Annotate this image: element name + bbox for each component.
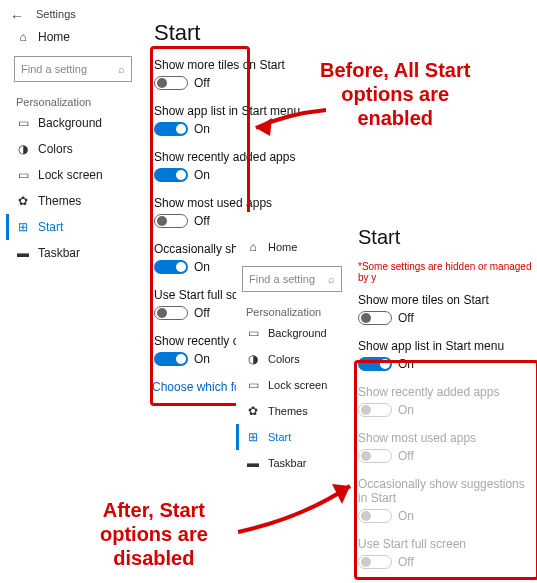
- setting-label: Show app list in Start menu: [358, 339, 534, 353]
- sidebar-item-label: Colors: [268, 353, 300, 365]
- sidebar-item-label: Background: [268, 327, 327, 339]
- policy-warning: *Some settings are hidden or managed by …: [358, 261, 534, 283]
- lockscreen-icon: ▭: [16, 168, 30, 182]
- taskbar-icon: ▬: [16, 246, 30, 260]
- toggle-app-list[interactable]: On: [154, 122, 338, 136]
- sidebar-item-label: Lock screen: [38, 168, 103, 182]
- annotation-before: Before, All Start options are enabled: [320, 58, 470, 130]
- toggle-more-tiles[interactable]: Off: [358, 311, 534, 325]
- sidebar-item-label: Taskbar: [268, 457, 307, 469]
- after-content: Start *Some settings are hidden or manag…: [356, 226, 534, 583]
- toggle-more-tiles[interactable]: Off: [154, 76, 338, 90]
- sidebar-item-background[interactable]: ▭Background: [6, 110, 140, 136]
- setting-label: Show more tiles on Start: [154, 58, 338, 72]
- sidebar-section-header: Personalization: [6, 92, 140, 110]
- sidebar-item-label: Themes: [268, 405, 308, 417]
- setting-label: Show most used apps: [358, 431, 534, 445]
- setting-label: Show most used apps: [154, 196, 338, 210]
- sidebar-item-themes[interactable]: ✿Themes: [236, 398, 348, 424]
- setting-app-list: Show app list in Start menu On: [358, 339, 534, 371]
- toggle-state: Off: [194, 76, 210, 90]
- start-icon: ⊞: [16, 220, 30, 234]
- setting-label: Show recently added apps: [154, 150, 338, 164]
- setting-most-used: Show most used apps Off: [358, 431, 534, 463]
- toggle-state: Off: [194, 306, 210, 320]
- annotated-screenshot: ← Settings ⌂ Home Find a setting ⌕ Perso…: [0, 0, 537, 583]
- themes-icon: ✿: [16, 194, 30, 208]
- sidebar-item-start[interactable]: ⊞Start: [236, 424, 348, 450]
- sidebar-item-label: Colors: [38, 142, 73, 156]
- background-icon: ▭: [16, 116, 30, 130]
- sidebar-item-colors[interactable]: ◑Colors: [236, 346, 348, 372]
- home-icon: ⌂: [246, 240, 260, 254]
- sidebar-item-lockscreen[interactable]: ▭Lock screen: [236, 372, 348, 398]
- sidebar-section-header: Personalization: [236, 302, 348, 320]
- page-title: Start: [154, 20, 338, 46]
- sidebar-item-themes[interactable]: ✿Themes: [6, 188, 140, 214]
- sidebar-item-taskbar[interactable]: ▬Taskbar: [6, 240, 140, 266]
- themes-icon: ✿: [246, 404, 260, 418]
- back-icon[interactable]: ←: [10, 8, 24, 24]
- app-title: Settings: [36, 8, 76, 20]
- sidebar-item-home[interactable]: ⌂ Home: [236, 234, 348, 260]
- toggle-app-list[interactable]: On: [358, 357, 534, 371]
- sidebar-item-lockscreen[interactable]: ▭Lock screen: [6, 162, 140, 188]
- setting-app-list: Show app list in Start menu On: [154, 104, 338, 136]
- setting-more-tiles: Show more tiles on Start Off: [358, 293, 534, 325]
- sidebar-item-label: Taskbar: [38, 246, 80, 260]
- toggle-state: Off: [194, 214, 210, 228]
- toggle-state: On: [398, 403, 414, 417]
- toggle-recently-added: On: [358, 403, 534, 417]
- start-icon: ⊞: [246, 430, 260, 444]
- toggle-state: On: [398, 357, 414, 371]
- toggle-state: Off: [398, 449, 414, 463]
- setting-recently-added: Show recently added apps On: [358, 385, 534, 417]
- toggle-state: On: [194, 122, 210, 136]
- sidebar-item-label: Home: [38, 30, 70, 44]
- colors-icon: ◑: [16, 142, 30, 156]
- page-title: Start: [358, 226, 534, 249]
- sidebar-item-label: Themes: [38, 194, 81, 208]
- toggle-state: On: [398, 509, 414, 523]
- setting-suggestions: Occasionally show suggestions in Start O…: [358, 477, 534, 523]
- lockscreen-icon: ▭: [246, 378, 260, 392]
- search-icon: ⌕: [118, 63, 125, 75]
- sidebar-item-background[interactable]: ▭Background: [236, 320, 348, 346]
- before-sidebar: ⌂ Home Find a setting ⌕ Personalization …: [6, 24, 140, 266]
- setting-label: Show recently added apps: [358, 385, 534, 399]
- setting-recently-added: Show recently added apps On: [154, 150, 338, 182]
- setting-more-tiles: Show more tiles on Start Off: [154, 58, 338, 90]
- toggle-state: On: [194, 260, 210, 274]
- after-panel: ⌂ Home Find a setting ⌕ Personalization …: [236, 212, 536, 580]
- search-input[interactable]: Find a setting ⌕: [242, 266, 342, 292]
- taskbar-icon: ▬: [246, 456, 260, 470]
- search-icon: ⌕: [328, 273, 335, 285]
- toggle-state: On: [194, 352, 210, 366]
- setting-label: Occasionally show suggestions in Start: [358, 477, 534, 505]
- sidebar-item-taskbar[interactable]: ▬Taskbar: [236, 450, 348, 476]
- toggle-full-screen: Off: [358, 555, 534, 569]
- sidebar-item-label: Lock screen: [268, 379, 327, 391]
- after-sidebar: ⌂ Home Find a setting ⌕ Personalization …: [236, 234, 348, 476]
- sidebar-item-colors[interactable]: ◑Colors: [6, 136, 140, 162]
- sidebar-item-start[interactable]: ⊞Start: [6, 214, 140, 240]
- setting-label: Show app list in Start menu: [154, 104, 338, 118]
- toggle-most-used: Off: [358, 449, 534, 463]
- setting-label: Use Start full screen: [358, 537, 534, 551]
- colors-icon: ◑: [246, 352, 260, 366]
- home-icon: ⌂: [16, 30, 30, 44]
- search-placeholder: Find a setting: [249, 273, 315, 285]
- search-input[interactable]: Find a setting ⌕: [14, 56, 132, 82]
- toggle-recently-added[interactable]: On: [154, 168, 338, 182]
- setting-full-screen: Use Start full screen Off: [358, 537, 534, 569]
- sidebar-item-label: Start: [268, 431, 291, 443]
- background-icon: ▭: [246, 326, 260, 340]
- toggle-suggestions: On: [358, 509, 534, 523]
- sidebar-item-home[interactable]: ⌂ Home: [6, 24, 140, 50]
- toggle-state: Off: [398, 555, 414, 569]
- annotation-after: After, Start options are disabled: [100, 498, 208, 570]
- search-placeholder: Find a setting: [21, 63, 87, 75]
- toggle-state: On: [194, 168, 210, 182]
- sidebar-item-label: Background: [38, 116, 102, 130]
- sidebar-item-label: Start: [38, 220, 63, 234]
